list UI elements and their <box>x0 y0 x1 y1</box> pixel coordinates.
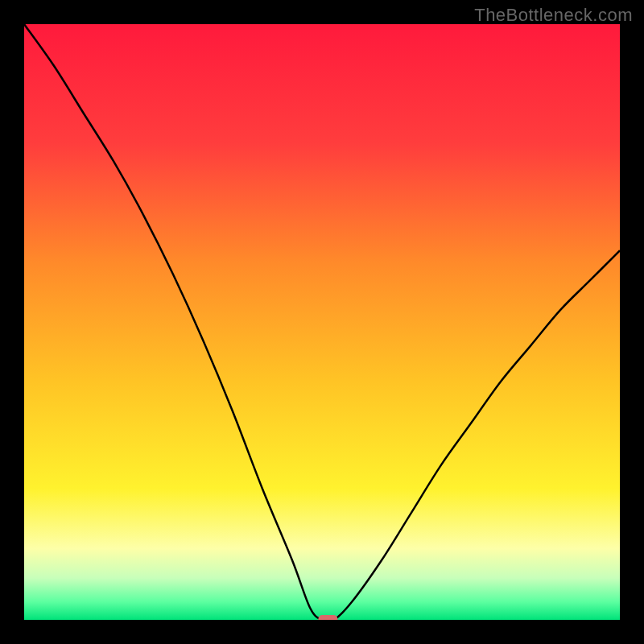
bottleneck-chart <box>24 24 620 620</box>
optimal-point-marker <box>318 615 337 620</box>
watermark-text: TheBottleneck.com <box>474 5 633 26</box>
plot-area <box>24 24 620 620</box>
gradient-background <box>24 24 620 620</box>
chart-container: TheBottleneck.com <box>0 0 644 644</box>
